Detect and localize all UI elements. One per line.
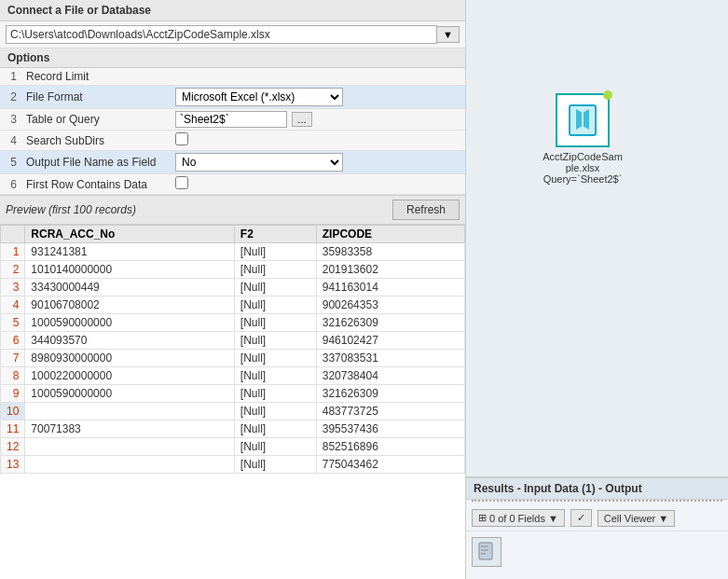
option-name-6: First Row Contains Data — [21, 174, 170, 195]
fields-label: 0 of 0 Fields — [489, 513, 545, 524]
node-label-line2: ple.xlsx — [566, 162, 600, 173]
row-f2: [Null] — [234, 367, 316, 385]
row-zip: 941163014 — [316, 279, 464, 296]
row-f2: [Null] — [234, 261, 316, 279]
browse-button[interactable]: ... — [292, 112, 311, 127]
row-f2: [Null] — [234, 332, 316, 350]
row-rcra: 70071383 — [25, 420, 234, 438]
row-rcra: 1000590000000 — [25, 314, 234, 332]
table-row: 333430000449[Null]941163014 — [1, 279, 465, 296]
panel-title: Connect a File or Database — [0, 0, 465, 21]
row-zip: 320738404 — [316, 367, 464, 385]
connect-panel: Connect a File or Database ▼ Options 1 R… — [0, 0, 466, 579]
row-num: 6 — [1, 332, 25, 350]
cell-viewer-label: Cell Viewer — [604, 513, 655, 524]
option-row-4: 4 Search SubDirs — [0, 131, 465, 151]
row-zip: 35983358 — [316, 243, 464, 261]
fields-dropdown-icon: ▼ — [548, 513, 558, 524]
col-header-rcra: RCRA_ACC_No — [25, 226, 234, 243]
results-doc-icon[interactable] — [472, 537, 501, 567]
row-zip: 775043462 — [316, 456, 464, 474]
option-value-5: No — [170, 151, 465, 174]
row-rcra — [25, 438, 234, 456]
table-row: 1170071383[Null]395537436 — [1, 420, 465, 438]
option-row-3: 3 Table or Query ... — [0, 109, 465, 131]
right-panel: AcctZipCodeSam ple.xlsx Query=`Sheet2$` … — [466, 0, 728, 579]
cell-viewer-button[interactable]: Cell Viewer ▼ — [598, 510, 675, 527]
table-row: 490106708002[Null]900264353 — [1, 296, 465, 314]
refresh-button[interactable]: Refresh — [392, 200, 460, 220]
option-value-3: ... — [170, 109, 465, 131]
preview-section: Preview (first 100 records) Refresh RCRA… — [0, 196, 465, 579]
col-header-f2: F2 — [234, 226, 316, 243]
row-rcra: 90106708002 — [25, 296, 234, 314]
row-f2: [Null] — [234, 420, 316, 438]
check-button[interactable]: ✓ — [570, 509, 592, 527]
file-format-select[interactable]: Microsoft Excel (*.xlsx) — [175, 88, 343, 106]
node-card[interactable]: AcctZipCodeSam ple.xlsx Query=`Sheet2$` — [541, 93, 625, 185]
row-zip: 395537436 — [316, 420, 464, 438]
table-icon: ⊞ — [478, 512, 487, 524]
results-content — [466, 531, 728, 572]
preview-table-container[interactable]: RCRA_ACC_No F2 ZIPCODE 1931241381[Null]3… — [0, 225, 465, 579]
row-f2: [Null] — [234, 403, 316, 420]
row-num: 2 — [1, 261, 25, 279]
row-num: 12 — [1, 438, 25, 456]
row-rcra: 1000220000000 — [25, 367, 234, 385]
option-name-1: Record Limit — [21, 68, 170, 86]
row-rcra: 33430000449 — [25, 279, 234, 296]
option-row-6: 6 First Row Contains Data — [0, 174, 465, 195]
option-name-5: Output File Name as Field — [21, 151, 170, 174]
node-label-line1: AcctZipCodeSam — [543, 151, 623, 162]
file-path-row: ▼ — [0, 21, 465, 48]
option-name-4: Search SubDirs — [21, 131, 170, 151]
row-zip: 483773725 — [316, 403, 464, 420]
results-header: Results - Input Data (1) - Output — [466, 478, 728, 500]
row-rcra: 1000590000000 — [25, 385, 234, 403]
fields-button[interactable]: ⊞ 0 of 0 Fields ▼ — [472, 509, 565, 527]
row-zip: 201913602 — [316, 261, 464, 279]
first-row-checkbox[interactable] — [175, 176, 188, 189]
row-num: 3 — [1, 279, 25, 296]
svg-rect-6 — [481, 553, 486, 555]
option-num-5: 5 — [0, 151, 21, 174]
option-name-3: Table or Query — [21, 109, 170, 131]
table-row: 91000590000000[Null]321626309 — [1, 385, 465, 403]
row-f2: [Null] — [234, 279, 316, 296]
row-f2: [Null] — [234, 314, 316, 332]
input-data-icon — [564, 102, 601, 139]
file-path-input[interactable] — [6, 25, 437, 44]
canvas-area[interactable]: AcctZipCodeSam ple.xlsx Query=`Sheet2$` — [466, 0, 728, 476]
option-value-6 — [170, 174, 465, 195]
row-num: 4 — [1, 296, 25, 314]
row-rcra — [25, 403, 234, 420]
option-num-3: 3 — [0, 109, 21, 131]
row-zip: 337083531 — [316, 350, 464, 367]
output-filename-select[interactable]: No — [175, 153, 343, 172]
row-f2: [Null] — [234, 350, 316, 367]
row-num: 1 — [1, 243, 25, 261]
option-num-2: 2 — [0, 86, 21, 109]
row-zip: 321626309 — [316, 385, 464, 403]
table-row: 13[Null]775043462 — [1, 456, 465, 474]
preview-table: RCRA_ACC_No F2 ZIPCODE 1931241381[Null]3… — [0, 225, 465, 474]
options-title: Options — [0, 48, 465, 68]
row-f2: [Null] — [234, 456, 316, 474]
row-rcra: 931241381 — [25, 243, 234, 261]
option-num-6: 6 — [0, 174, 21, 195]
search-subdirs-checkbox[interactable] — [175, 132, 188, 145]
row-rcra: 1010140000000 — [25, 261, 234, 279]
row-f2: [Null] — [234, 243, 316, 261]
options-table: 1 Record Limit 2 File Format Microsoft E… — [0, 68, 465, 195]
table-row: 78980930000000[Null]337083531 — [1, 350, 465, 367]
table-row: 51000590000000[Null]321626309 — [1, 314, 465, 332]
row-f2: [Null] — [234, 438, 316, 456]
node-icon-wrap[interactable] — [556, 93, 610, 147]
preview-header: Preview (first 100 records) Refresh — [0, 196, 465, 225]
table-row: 81000220000000[Null]320738404 — [1, 367, 465, 385]
col-header-num — [1, 226, 25, 243]
row-f2: [Null] — [234, 296, 316, 314]
row-num: 13 — [1, 456, 25, 474]
table-query-input[interactable] — [175, 111, 287, 128]
file-path-dropdown[interactable]: ▼ — [437, 26, 460, 43]
